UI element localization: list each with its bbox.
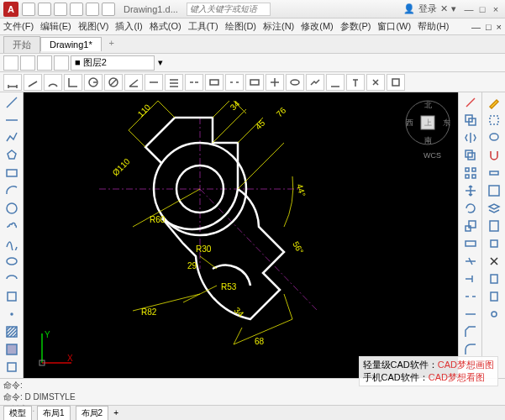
group-icon[interactable] (485, 182, 503, 199)
fillet-icon[interactable] (461, 341, 480, 358)
hatch-icon[interactable] (3, 323, 21, 340)
dim-tedit-icon[interactable] (346, 74, 365, 91)
dim-edit-icon[interactable] (326, 74, 345, 91)
match-icon[interactable] (485, 235, 503, 252)
dim-quick-icon[interactable] (145, 74, 163, 91)
exchange-icon[interactable]: ✕ (440, 3, 448, 14)
combo-dropdown-icon[interactable]: ▾ (158, 57, 163, 68)
dim-linear-icon[interactable] (3, 74, 22, 91)
offset-icon[interactable] (461, 147, 480, 164)
settings-icon[interactable] (485, 306, 503, 323)
stretch-icon[interactable] (461, 235, 480, 252)
rectangle-icon[interactable] (3, 165, 21, 181)
polygon-icon[interactable] (3, 147, 21, 164)
extend-icon[interactable] (461, 270, 480, 287)
menu-param[interactable]: 参数(P) (340, 20, 371, 33)
array-icon[interactable] (461, 165, 480, 181)
menu-file[interactable]: 文件(F) (3, 20, 34, 33)
spline-icon[interactable] (3, 235, 21, 252)
tab-start[interactable]: 开始 (3, 36, 40, 53)
menu-view[interactable]: 视图(V) (78, 20, 109, 33)
region-icon[interactable] (3, 359, 21, 375)
menu-edit[interactable]: 编辑(E) (40, 20, 71, 33)
layer-lock-icon[interactable] (54, 55, 69, 71)
rotate-icon[interactable] (461, 200, 480, 217)
inspect-icon[interactable] (286, 74, 304, 91)
undo-icon[interactable] (86, 3, 99, 16)
layout1-tab[interactable]: 布局1 (37, 406, 71, 421)
circle-icon[interactable] (3, 200, 21, 217)
dim-ordinate-icon[interactable] (64, 74, 82, 91)
paste-icon[interactable] (485, 288, 503, 305)
lasso-icon[interactable] (485, 129, 503, 146)
close-button[interactable]: × (490, 4, 502, 14)
doc-close-button[interactable]: × (497, 22, 502, 32)
dim-update-icon[interactable] (366, 74, 385, 91)
scale-icon[interactable] (461, 218, 480, 234)
open-icon[interactable] (38, 3, 51, 16)
arc-icon[interactable] (3, 182, 21, 199)
point-icon[interactable] (3, 306, 21, 323)
mirror-icon[interactable] (461, 129, 480, 146)
layout2-tab[interactable]: 布局2 (76, 406, 109, 421)
revcloud-icon[interactable] (3, 218, 21, 234)
clipboard-icon[interactable] (485, 270, 503, 287)
model-tab[interactable]: 模型 (3, 406, 32, 421)
print-icon[interactable] (70, 3, 83, 16)
minimize-button[interactable]: — (463, 4, 475, 14)
menu-format[interactable]: 格式(O) (150, 20, 181, 33)
doc-max-button[interactable]: □ (486, 22, 492, 32)
properties-icon[interactable] (485, 218, 503, 234)
layout-add-icon[interactable]: + (113, 408, 118, 417)
dim-continue-icon[interactable] (185, 74, 203, 91)
scissors-icon[interactable] (485, 253, 503, 270)
ellipse-arc-icon[interactable] (3, 270, 21, 287)
save-icon[interactable] (54, 3, 67, 16)
xline-icon[interactable] (3, 112, 21, 129)
copy-icon[interactable] (461, 112, 480, 129)
dim-break-icon[interactable] (225, 74, 244, 91)
jog-icon[interactable] (306, 74, 324, 91)
dim-override-icon[interactable] (387, 74, 405, 91)
trim-icon[interactable] (461, 253, 480, 270)
menu-insert[interactable]: 插入(I) (115, 20, 142, 33)
ellipse-icon[interactable] (3, 253, 21, 270)
dim-baseline-icon[interactable] (165, 74, 183, 91)
join-icon[interactable] (461, 306, 480, 323)
doc-min-button[interactable]: — (471, 22, 481, 32)
filter-icon[interactable] (485, 165, 503, 181)
new-icon[interactable] (22, 3, 35, 16)
line-icon[interactable] (3, 94, 21, 111)
tab-drawing1[interactable]: Drawing1* (40, 37, 102, 51)
dropdown-icon[interactable]: ▾ (451, 3, 456, 14)
layer-combo[interactable]: ■ 图层2 (71, 55, 155, 71)
layer-manager-icon[interactable] (3, 55, 18, 71)
drawing-canvas[interactable]: 北 南 东 西 上 WCS 110 34 45 76 Ø110 R6 (24, 92, 458, 378)
menu-tools[interactable]: 工具(T) (188, 20, 218, 33)
layer-tool-icon[interactable] (485, 200, 503, 217)
menu-window[interactable]: 窗口(W) (377, 20, 411, 33)
redo-icon[interactable] (102, 3, 115, 16)
view-cube[interactable]: 北 南 东 西 上 (404, 99, 451, 146)
dim-diameter-icon[interactable] (104, 74, 123, 91)
magnet-icon[interactable] (485, 147, 503, 164)
dim-angular-icon[interactable] (124, 74, 143, 91)
menu-help[interactable]: 帮助(H) (418, 20, 449, 33)
tab-add-button[interactable]: + (105, 38, 118, 51)
erase-icon[interactable] (461, 94, 480, 111)
dim-radius-icon[interactable] (84, 74, 103, 91)
menu-draw[interactable]: 绘图(D) (225, 20, 256, 33)
block-icon[interactable] (3, 288, 21, 305)
pencil-icon[interactable] (485, 94, 503, 111)
layer-state-icon[interactable] (20, 55, 35, 71)
layer-freeze-icon[interactable] (37, 55, 52, 71)
move-icon[interactable] (461, 182, 480, 199)
dim-arc-icon[interactable] (44, 74, 62, 91)
tolerance-icon[interactable] (245, 74, 264, 91)
dim-aligned-icon[interactable] (24, 74, 42, 91)
chamfer-icon[interactable] (461, 323, 480, 340)
break-icon[interactable] (461, 288, 480, 305)
dim-space-icon[interactable] (205, 74, 224, 91)
gradient-icon[interactable] (3, 341, 21, 358)
select-icon[interactable] (485, 112, 503, 129)
